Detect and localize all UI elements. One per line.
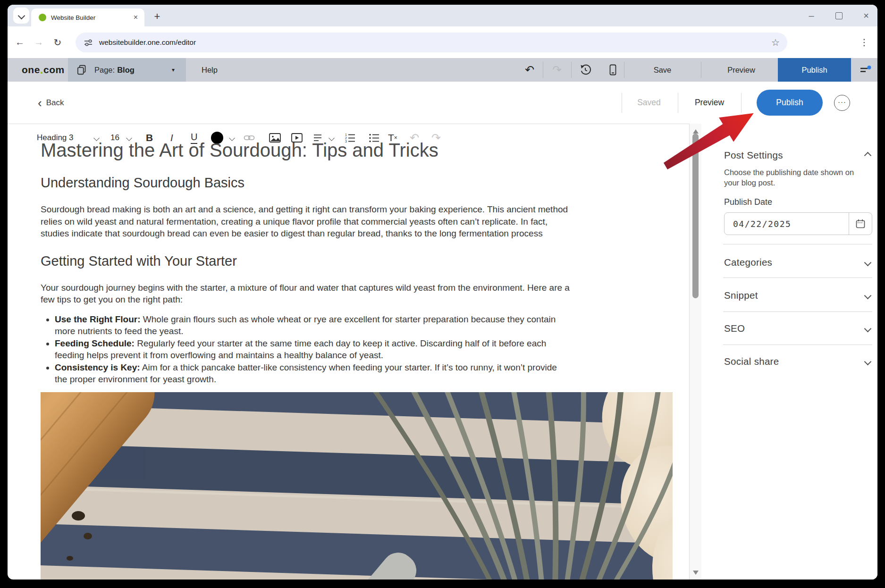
app-toolbar: one.com Page: Blog ▾ Help ↶ ↷ — [8, 58, 877, 82]
header-separator — [622, 93, 622, 113]
browser-back-button[interactable]: ← — [10, 37, 29, 48]
back-chevron-icon: ‹ — [38, 98, 42, 108]
post-image[interactable] — [41, 392, 673, 580]
list-item: Use the Right Flour: Whole grain flours … — [55, 313, 570, 337]
section-label: Snippet — [724, 290, 758, 301]
tab-strip: Website Builder × + – × — [8, 5, 877, 26]
saved-status: Saved — [628, 82, 670, 124]
paragraph: Your sourdough journey begins with the s… — [41, 282, 570, 306]
site-settings-icon[interactable] — [83, 37, 93, 48]
account-menu-button[interactable] — [855, 58, 876, 82]
logo-text: com — [43, 64, 65, 76]
tab-title: Website Builder — [51, 14, 132, 21]
bookmark-star-icon[interactable]: ☆ — [771, 37, 780, 48]
scrollbar-thumb[interactable] — [692, 134, 699, 298]
logo-dot: . — [40, 67, 43, 72]
sidebar-divider-line — [723, 311, 872, 312]
chevron-down-icon — [864, 292, 872, 299]
list-item: Consistency is Key: Aim for a thick panc… — [55, 361, 570, 386]
list-item-lead: Use the Right Flour: — [55, 314, 141, 324]
sidebar-divider-line — [723, 244, 872, 244]
list-item-lead: Feeding Schedule: — [55, 338, 135, 348]
toolbar-separator — [701, 62, 701, 78]
post-settings-panel: Post Settings Choose the publishing date… — [701, 124, 877, 580]
back-button[interactable]: ‹ Back — [38, 82, 64, 124]
address-bar-row: ← → ↻ websitebuilder.one.com/editor ☆ ⋮ — [8, 26, 877, 58]
publish-button-toolbar[interactable]: Publish — [778, 58, 851, 82]
browser-tab[interactable]: Website Builder × — [31, 8, 144, 26]
section-label: SEO — [724, 323, 745, 334]
page-label: Page: — [94, 66, 115, 75]
chevron-up-icon — [864, 151, 872, 159]
svg-text:1: 1 — [345, 133, 347, 136]
phone-icon — [607, 64, 619, 76]
section-heading: Understanding Sourdough Basics — [41, 175, 570, 191]
pages-icon — [76, 64, 88, 76]
scroll-down-arrow[interactable] — [693, 571, 699, 575]
page-selector[interactable]: Page: Blog ▾ — [68, 58, 186, 82]
tab-close-icon[interactable]: × — [132, 13, 140, 22]
new-tab-button[interactable]: + — [149, 8, 165, 25]
mobile-preview-button[interactable] — [602, 58, 623, 82]
url-text[interactable]: websitebuilder.one.com/editor — [99, 38, 771, 47]
history-button[interactable] — [575, 58, 596, 82]
window-close-button[interactable]: × — [856, 5, 877, 26]
browser-forward-button[interactable]: → — [29, 37, 48, 48]
favicon — [39, 14, 46, 21]
sidebar-divider-line — [723, 277, 872, 278]
save-button[interactable]: Save — [635, 58, 690, 82]
post-title: Mastering the Art of Sourdough: Tips and… — [41, 139, 570, 161]
menu-notification-icon — [859, 64, 872, 76]
toolbar-separator — [571, 62, 572, 78]
scroll-up-arrow[interactable] — [693, 129, 699, 134]
reload-button[interactable]: ↻ — [48, 37, 67, 48]
calendar-icon — [855, 218, 866, 229]
publish-date-input[interactable]: 04/22/2025 — [724, 212, 872, 235]
post-settings-header[interactable]: Post Settings — [701, 146, 877, 165]
undo-button[interactable]: ↶ — [519, 58, 540, 82]
list-item-lead: Consistency is Key: — [55, 362, 140, 372]
sidebar-divider-line — [723, 344, 872, 345]
help-button[interactable]: Help — [202, 58, 218, 82]
browser-menu-icon[interactable]: ⋮ — [855, 37, 874, 48]
list-item: Feeding Schedule: Regularly feed your st… — [55, 337, 570, 361]
editor-header: ‹ Back Saved Preview Publish ··· — [8, 82, 877, 124]
sidebar-section-seo[interactable]: SEO — [701, 319, 877, 338]
section-heading: Getting Started with Your Starter — [41, 253, 570, 269]
ellipsis-icon: ··· — [838, 98, 846, 106]
calendar-button[interactable] — [849, 213, 872, 235]
sidebar-section-snippet[interactable]: Snippet — [701, 286, 877, 305]
publish-date-label: Publish Date — [724, 197, 772, 207]
redo-button[interactable]: ↷ — [547, 58, 567, 82]
window-minimize-button[interactable]: – — [801, 5, 822, 26]
section-label: Social share — [724, 356, 779, 367]
paragraph: Sourdough bread making is both an art an… — [41, 203, 570, 240]
sidebar-section-social-share[interactable]: Social share — [701, 352, 877, 371]
sidebar-section-categories[interactable]: Categories — [701, 253, 877, 272]
preview-button[interactable]: Preview — [705, 58, 778, 82]
publish-button[interactable]: Publish — [757, 90, 823, 116]
window-maximize-button[interactable] — [828, 5, 849, 26]
bullet-list: Use the Right Flour: Whole grain flours … — [41, 313, 570, 386]
header-separator — [741, 93, 742, 113]
scrollbar[interactable] — [689, 124, 701, 580]
omnibox[interactable]: websitebuilder.one.com/editor ☆ — [76, 33, 787, 52]
chevron-down-icon — [17, 12, 25, 19]
toolbar-separator — [624, 62, 624, 78]
tab-search-button[interactable] — [13, 8, 29, 24]
section-label: Categories — [724, 257, 772, 268]
editor-canvas[interactable]: Mastering the Art of Sourdough: Tips and… — [41, 139, 570, 580]
header-separator — [678, 93, 678, 113]
post-settings-description: Choose the publishing date shown on your… — [724, 167, 861, 188]
more-options-button[interactable]: ··· — [834, 95, 850, 111]
chevron-down-icon — [864, 325, 872, 332]
preview-button-header[interactable]: Preview — [683, 82, 735, 124]
logo-text: one — [22, 64, 40, 76]
chevron-down-icon — [864, 259, 872, 266]
maximize-icon — [835, 12, 843, 19]
history-icon — [579, 64, 591, 76]
publish-date-value[interactable]: 04/22/2025 — [733, 219, 849, 229]
browser-window: Website Builder × + – × ← → ↻ websitebui… — [8, 5, 877, 580]
back-label: Back — [46, 98, 64, 108]
dropdown-triangle-icon: ▾ — [172, 67, 175, 73]
